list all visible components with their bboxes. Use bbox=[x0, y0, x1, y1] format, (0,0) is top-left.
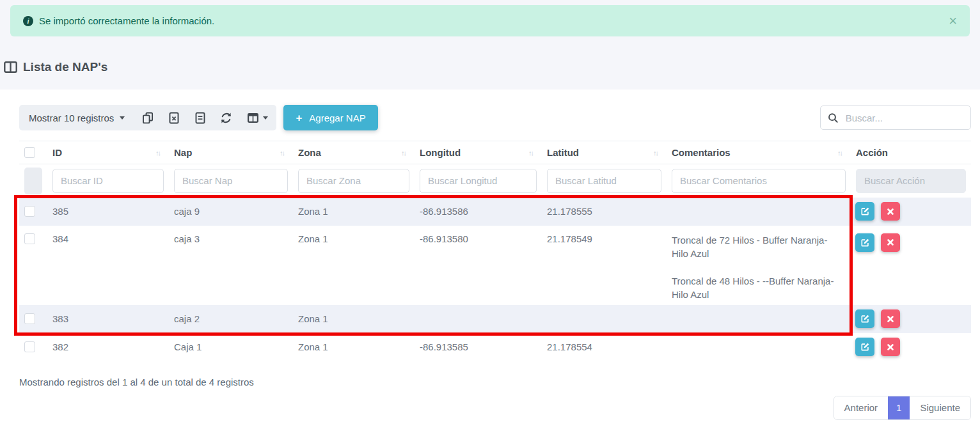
close-icon[interactable]: × bbox=[949, 14, 957, 28]
header-nap[interactable]: Nap ↑↓ bbox=[169, 141, 293, 164]
filter-checkbox-cell bbox=[19, 164, 47, 198]
edit-icon bbox=[860, 238, 870, 247]
cell-accion bbox=[851, 198, 971, 226]
page: i Se importó correctamente la informació… bbox=[0, 0, 980, 422]
cell-zona: Zona 1 bbox=[293, 333, 415, 361]
cell-latitud: 21.178555 bbox=[542, 198, 667, 226]
header-latitud[interactable]: Latitud ↑↓ bbox=[542, 141, 667, 164]
copy-icon bbox=[142, 112, 154, 124]
cell-comentarios: Troncal de 72 Hilos - Buffer Naranja- Hi… bbox=[667, 226, 851, 305]
pagination-page-1[interactable]: 1 bbox=[888, 396, 910, 419]
cell-nap: Caja 1 bbox=[169, 333, 293, 361]
sort-icon: ↑↓ bbox=[653, 149, 658, 157]
delete-x-icon bbox=[887, 208, 894, 215]
column-visibility-dropdown[interactable] bbox=[239, 105, 276, 130]
copy-button[interactable] bbox=[134, 105, 161, 130]
sort-icon: ↑↓ bbox=[837, 149, 842, 157]
cell-accion bbox=[851, 305, 971, 333]
cell-latitud bbox=[542, 305, 667, 333]
row-checkbox[interactable] bbox=[24, 313, 35, 324]
excel-export-button[interactable] bbox=[161, 105, 187, 130]
row-checkbox[interactable] bbox=[24, 233, 35, 244]
cell-longitud bbox=[415, 305, 542, 333]
cell-longitud: -86.913586 bbox=[415, 198, 542, 226]
row-checkbox[interactable] bbox=[24, 206, 35, 217]
comment-line: Troncal de 48 Hilos - --Buffer Naranja- … bbox=[672, 274, 846, 301]
magnifier-icon bbox=[828, 112, 839, 124]
delete-x-icon bbox=[887, 238, 894, 246]
table-row: 384 caja 3 Zona 1 -86.913580 21.178549 T… bbox=[19, 226, 971, 305]
file-export-button[interactable] bbox=[187, 105, 213, 130]
header-zona[interactable]: Zona ↑↓ bbox=[293, 141, 415, 164]
cell-zona: Zona 1 bbox=[293, 198, 415, 226]
sort-icon: ↑↓ bbox=[155, 149, 160, 157]
page-title-text: Lista de NAP's bbox=[23, 60, 107, 74]
header-comentarios[interactable]: Comentarios ↑↓ bbox=[667, 141, 851, 164]
edit-icon bbox=[860, 342, 870, 352]
cell-zona: Zona 1 bbox=[293, 226, 415, 305]
page-length-dropdown[interactable]: Mostrar 10 registros bbox=[19, 105, 134, 130]
nap-table: ID ↑↓ Nap ↑↓ Zona ↑↓ Longitud ↑↓ Latitud… bbox=[19, 141, 971, 361]
filter-longitud-input[interactable] bbox=[420, 169, 537, 193]
select-all-checkbox[interactable] bbox=[24, 147, 35, 158]
filter-latitud-input[interactable] bbox=[547, 169, 661, 193]
table-row: 383 caja 2 Zona 1 bbox=[19, 305, 971, 333]
pagination: Anterior 1 Siguiente bbox=[834, 396, 971, 420]
page-length-label: Mostrar 10 registros bbox=[29, 113, 114, 123]
edit-button[interactable] bbox=[855, 233, 874, 252]
header-accion: Acción bbox=[851, 141, 971, 164]
edit-button[interactable] bbox=[855, 309, 874, 328]
excel-icon bbox=[169, 112, 179, 124]
table-row: 385 caja 9 Zona 1 -86.913586 21.178555 bbox=[19, 198, 971, 226]
search-input[interactable] bbox=[844, 112, 963, 124]
cell-accion bbox=[851, 226, 971, 305]
delete-x-icon bbox=[887, 343, 894, 351]
filter-nap-input[interactable] bbox=[174, 169, 288, 193]
edit-icon bbox=[860, 314, 870, 324]
filter-blank-box bbox=[24, 168, 42, 194]
toolbar: Mostrar 10 registros bbox=[19, 105, 971, 130]
page-title: Lista de NAP's bbox=[4, 58, 980, 76]
sort-icon: ↑↓ bbox=[280, 149, 284, 157]
filter-id-input[interactable] bbox=[52, 169, 164, 193]
delete-x-icon bbox=[887, 315, 894, 323]
cell-longitud: -86.913580 bbox=[415, 226, 542, 305]
edit-icon bbox=[860, 207, 870, 216]
pagination-next[interactable]: Siguiente bbox=[910, 396, 970, 419]
chevron-down-icon bbox=[263, 116, 268, 120]
cell-longitud: -86.913585 bbox=[415, 333, 542, 361]
info-circle-icon: i bbox=[23, 16, 33, 26]
cell-id: 383 bbox=[47, 305, 169, 333]
edit-button[interactable] bbox=[855, 202, 874, 221]
cell-latitud: 21.178554 bbox=[542, 333, 667, 361]
global-search bbox=[820, 106, 971, 130]
table-card: Mostrar 10 registros bbox=[0, 90, 980, 422]
select-all-header bbox=[19, 141, 47, 164]
cell-id: 384 bbox=[47, 226, 169, 305]
filter-accion-input bbox=[856, 169, 966, 193]
file-icon bbox=[195, 112, 205, 124]
filter-comentarios-input[interactable] bbox=[672, 169, 846, 193]
add-nap-button[interactable]: + Agregar NAP bbox=[283, 105, 377, 130]
chevron-down-icon bbox=[120, 116, 125, 120]
delete-button[interactable] bbox=[881, 309, 900, 328]
header-id[interactable]: ID ↑↓ bbox=[47, 141, 169, 164]
refresh-button[interactable] bbox=[213, 105, 239, 130]
add-nap-label: Agregar NAP bbox=[309, 113, 365, 123]
table-header-row: ID ↑↓ Nap ↑↓ Zona ↑↓ Longitud ↑↓ Latitud… bbox=[19, 141, 971, 164]
header-longitud[interactable]: Longitud ↑↓ bbox=[415, 141, 542, 164]
delete-button[interactable] bbox=[881, 233, 900, 252]
info-icon-glyph: i bbox=[27, 17, 29, 25]
delete-button[interactable] bbox=[881, 202, 900, 221]
delete-button[interactable] bbox=[881, 338, 900, 356]
pagination-prev[interactable]: Anterior bbox=[834, 396, 889, 419]
edit-button[interactable] bbox=[855, 338, 874, 356]
filter-zona-input[interactable] bbox=[298, 169, 409, 193]
cell-zona: Zona 1 bbox=[293, 305, 415, 333]
cell-id: 382 bbox=[47, 333, 169, 361]
cell-id: 385 bbox=[47, 198, 169, 226]
cell-latitud: 21.178549 bbox=[542, 226, 667, 305]
filter-row bbox=[19, 164, 971, 198]
row-checkbox[interactable] bbox=[24, 341, 35, 352]
table-row: 382 Caja 1 Zona 1 -86.913585 21.178554 bbox=[19, 333, 971, 361]
